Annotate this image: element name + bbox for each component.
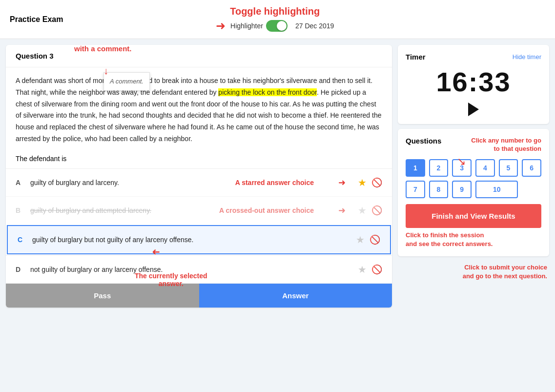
star-d-icon[interactable]: ★	[358, 264, 367, 275]
question-grid-row2: 7 8 9 10	[406, 181, 541, 198]
star-c-icon[interactable]: ★	[356, 234, 365, 246]
question-btn-4[interactable]: 4	[475, 159, 495, 177]
choice-c-icons: ★ 🚫	[356, 234, 380, 246]
timer-display: 16:33	[406, 66, 541, 98]
choice-letter-b: B	[16, 206, 23, 214]
play-button-container[interactable]	[406, 103, 541, 116]
finish-annotation: Click to finish the sessionand see the c…	[406, 231, 541, 248]
question-btn-8[interactable]: 8	[429, 181, 449, 198]
question-btn-1[interactable]: 1	[406, 159, 425, 177]
timer-header: Timer Hide timer	[406, 53, 541, 61]
click-hint-annotation: Click any number to goto that question	[471, 137, 541, 153]
app-header: Practice Exam Toggle highlighting ➜ High…	[0, 0, 555, 39]
question-btn-2[interactable]: 2	[429, 159, 449, 177]
question-passage: Highlighted textwith a comment. ↓ A comm…	[6, 67, 392, 153]
question-btn-9[interactable]: 9	[452, 181, 472, 198]
strikethrough-b-icon[interactable]: 🚫	[371, 205, 382, 216]
choice-text-c: guilty of burglary but not guilty of any…	[32, 236, 349, 244]
passage-text-2: . He picked up a chest of silverware fro…	[16, 88, 381, 143]
question-btn-10[interactable]: 10	[475, 181, 518, 198]
choice-text-a: guilty of burglary and larceny.	[30, 179, 351, 186]
question-panel: Question 3 Highlighted textwith a commen…	[6, 45, 392, 308]
questions-card: Questions Click any number to goto that …	[398, 129, 549, 256]
highlighted-phrase: picking the lock on the front door	[218, 88, 317, 96]
question-grid-row1: 1 2 3 4 5 6	[406, 159, 541, 177]
questions-header: Questions Click any number to goto that …	[406, 137, 541, 153]
question-btn-7[interactable]: 7	[406, 181, 425, 198]
choice-letter-a: A	[16, 179, 23, 186]
strikethrough-d-icon[interactable]: 🚫	[371, 264, 382, 275]
date-label: 27 Dec 2019	[295, 22, 334, 30]
choice-b[interactable]: B guilty of burglary and attempted larce…	[6, 196, 392, 224]
question-nav-arrow: ↘	[457, 155, 466, 168]
choice-letter-d: D	[16, 266, 23, 273]
timer-label: Timer	[406, 53, 426, 61]
choice-letter-c: C	[18, 236, 25, 244]
highlighter-label: Highlighter	[230, 22, 263, 30]
question-stem: The defendant is	[6, 153, 392, 168]
strikethrough-c-icon[interactable]: 🚫	[370, 234, 380, 245]
timer-card: Timer Hide timer 16:33	[398, 45, 549, 124]
question-btn-6[interactable]: 6	[522, 159, 541, 177]
choice-d-icons: ★ 🚫	[358, 264, 382, 275]
answer-annotation: Click to submit your choiceand go to the…	[398, 263, 549, 281]
star-b-icon[interactable]: ★	[358, 205, 367, 216]
app-title: Practice Exam	[10, 15, 63, 24]
finish-button[interactable]: Finish and View Results	[406, 204, 541, 228]
question-btn-5[interactable]: 5	[499, 159, 518, 177]
choice-text-d: not guilty of burglary or any larceny of…	[30, 266, 351, 273]
question-number: Question 3	[6, 45, 392, 67]
play-icon[interactable]	[468, 103, 479, 116]
comment-tooltip: A comment.	[103, 72, 150, 91]
strikethrough-a-icon[interactable]: 🚫	[371, 177, 382, 188]
bottom-buttons: Pass Answer	[6, 283, 392, 308]
answer-button[interactable]: Answer	[199, 284, 392, 308]
main-layout: Question 3 Highlighted textwith a commen…	[0, 39, 555, 313]
hide-timer-link[interactable]: Hide timer	[513, 53, 541, 61]
choice-text-b: guilty of burglary and attempted larceny…	[30, 206, 351, 214]
choice-c[interactable]: C guilty of burglary but not guilty of a…	[7, 225, 391, 254]
star-a-icon[interactable]: ★	[358, 177, 367, 188]
pass-button[interactable]: Pass	[6, 284, 199, 308]
answer-choices: A guilty of burglary and larceny. A star…	[6, 168, 392, 283]
choice-d[interactable]: D not guilty of burglary or any larceny …	[6, 255, 392, 283]
highlighter-toggle[interactable]	[266, 20, 288, 32]
questions-label: Questions	[406, 137, 441, 145]
choice-a[interactable]: A guilty of burglary and larceny. A star…	[6, 168, 392, 196]
choice-b-icons: ★ 🚫	[358, 205, 382, 216]
toggle-annotation-text: Toggle highlighting	[230, 6, 320, 17]
arrow-right-icon: ➜	[216, 19, 226, 33]
right-panel: Timer Hide timer 16:33 Questions Click a…	[398, 45, 549, 308]
choice-a-icons: ★ 🚫	[358, 177, 382, 188]
